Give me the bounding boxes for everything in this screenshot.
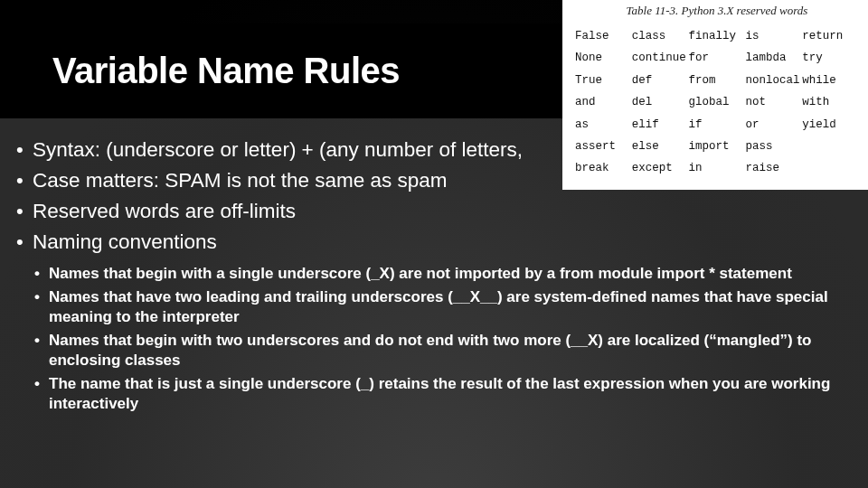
keyword-cell: is xyxy=(745,25,802,47)
keyword-cell: pass xyxy=(745,136,802,157)
keyword-cell: del xyxy=(632,91,689,113)
keyword-cell: assert xyxy=(575,136,632,157)
sub-bullet: Names that begin with a single underscor… xyxy=(13,264,855,284)
keyword-col-1: class continue def del elif else except xyxy=(632,25,689,180)
keyword-cell: with xyxy=(802,91,859,113)
slide-title: Variable Name Rules xyxy=(52,51,400,91)
table-caption: Table 11-3. Python 3.X reserved words xyxy=(575,4,859,18)
keyword-cell: except xyxy=(632,157,689,179)
keyword-cell: while xyxy=(802,70,859,91)
keyword-cell: import xyxy=(689,136,746,157)
keyword-cell: elif xyxy=(632,114,689,136)
reserved-words-table: Table 11-3. Python 3.X reserved words Fa… xyxy=(562,0,868,190)
keyword-cell: True xyxy=(575,70,632,91)
keyword-cell: return xyxy=(802,25,859,47)
keyword-cell: False xyxy=(575,25,632,47)
keyword-cell: global xyxy=(689,91,746,113)
keyword-cell: as xyxy=(575,114,632,136)
keyword-cell: nonlocal xyxy=(745,70,802,91)
keyword-cell: continue xyxy=(632,47,689,69)
keyword-cell: and xyxy=(575,91,632,113)
keyword-cell: try xyxy=(802,47,859,69)
main-bullet: Reserved words are off-limits xyxy=(13,197,855,226)
keyword-cell: raise xyxy=(745,157,802,179)
keyword-cell: for xyxy=(689,47,746,69)
keyword-col-4: return try while with yield xyxy=(802,25,859,180)
keyword-cell: lambda xyxy=(745,47,802,69)
sub-bullet: Names that begin with two underscores an… xyxy=(13,331,855,371)
keyword-cell: class xyxy=(632,25,689,47)
keyword-col-2: finally for from global if import in xyxy=(689,25,746,180)
sub-bullet-list: Names that begin with a single underscor… xyxy=(13,264,855,415)
keyword-cell: not xyxy=(745,91,802,113)
keyword-cell: in xyxy=(689,157,746,179)
slide: Variable Name Rules Table 11-3. Python 3… xyxy=(0,0,868,488)
keyword-col-3: is lambda nonlocal not or pass raise xyxy=(745,25,802,180)
main-bullet: Naming conventions xyxy=(13,228,855,257)
keyword-cell: yield xyxy=(802,114,859,136)
keyword-cell: or xyxy=(745,114,802,136)
keyword-cell: from xyxy=(689,70,746,91)
keyword-cell: None xyxy=(575,47,632,69)
keyword-cell: break xyxy=(575,157,632,179)
sub-bullet: Names that have two leading and trailing… xyxy=(13,287,855,327)
keyword-grid: False None True and as assert break clas… xyxy=(575,25,859,180)
keyword-cell: finally xyxy=(689,25,746,47)
keyword-cell: def xyxy=(632,70,689,91)
sub-bullet: The name that is just a single underscor… xyxy=(13,374,855,414)
keyword-cell: if xyxy=(689,114,746,136)
keyword-col-0: False None True and as assert break xyxy=(575,25,632,180)
keyword-cell: else xyxy=(632,136,689,157)
